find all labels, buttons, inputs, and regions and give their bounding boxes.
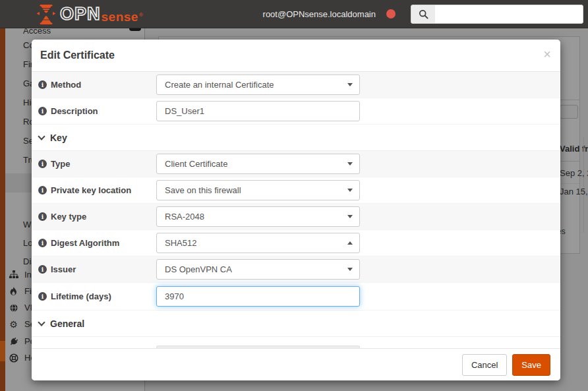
opnsense-logo[interactable]: OPNsense®: [36, 3, 143, 25]
search-box: [411, 5, 583, 24]
select-value: RSA-2048: [165, 212, 204, 222]
select-value: Client Certificate: [165, 159, 227, 169]
type-select[interactable]: Client Certificate: [156, 154, 360, 174]
logged-in-user: root@OPNsense.localdomain: [263, 9, 376, 19]
issuer-select[interactable]: DS OpenVPN CA: [156, 259, 360, 280]
form-row-key-type: Key type RSA-2048: [32, 204, 560, 230]
field-label: Private key location: [38, 185, 156, 195]
field-label-text: Lifetime (days): [51, 291, 111, 301]
select-value: DS OpenVPN CA: [165, 264, 232, 274]
form-row-issuer: Issuer DS OpenVPN CA: [32, 256, 560, 283]
status-indicator-dot: [386, 9, 396, 18]
info-icon: [38, 160, 47, 168]
field-label-text: Private key location: [51, 185, 131, 195]
section-header-general[interactable]: General: [32, 311, 560, 337]
info-icon: [38, 212, 47, 221]
chevron-down-icon: [347, 162, 353, 165]
section-title: General: [50, 318, 84, 329]
info-icon: [38, 292, 47, 301]
modal-header: Edit Certificate ×: [32, 40, 560, 72]
modal-footer: Cancel Save: [32, 348, 560, 380]
select-value: Create an internal Certificate: [165, 80, 274, 90]
field-label-text: Description: [51, 106, 98, 116]
info-icon: [38, 107, 47, 115]
field-label: Description: [38, 106, 156, 116]
section-title: Key: [50, 133, 67, 143]
cancel-button[interactable]: Cancel: [462, 354, 507, 376]
lifetime-days-input[interactable]: [156, 286, 360, 307]
field-label-text: Issuer: [51, 264, 76, 274]
form-row-method: Method Create an internal Certificate: [32, 72, 560, 98]
field-label-text: Digest Algorithm: [51, 238, 119, 248]
form-row-description: Description: [32, 98, 560, 125]
chevron-down-icon: [38, 318, 45, 326]
field-label-text: Type: [51, 159, 70, 169]
field-label-text: Key type: [51, 212, 86, 222]
form-row-type: Type Client Certificate: [32, 151, 560, 177]
info-icon: [38, 239, 47, 247]
method-select[interactable]: Create an internal Certificate: [156, 75, 360, 95]
digest-algorithm-select[interactable]: SHA512: [156, 233, 360, 253]
field-label: Key type: [38, 212, 156, 222]
info-icon: [38, 186, 47, 195]
field-label: Method: [38, 80, 156, 90]
search-icon: [411, 5, 435, 24]
field-label: Type: [38, 159, 156, 169]
modal-title: Edit Certificate: [40, 49, 115, 61]
save-button[interactable]: Save: [512, 354, 550, 376]
brand-text-sense: sense: [102, 10, 138, 24]
field-label: Lifetime (days): [38, 291, 156, 301]
chevron-down-icon: [38, 133, 45, 140]
private-key-location-select[interactable]: Save on this firewall: [156, 180, 360, 200]
chevron-down-icon: [347, 189, 353, 192]
field-label: Issuer: [38, 264, 156, 274]
chevron-down-icon: [347, 268, 353, 271]
info-icon: [38, 265, 47, 274]
chevron-up-icon: [347, 241, 353, 245]
form-row-private-key-location: Private key location Save on this firewa…: [32, 177, 560, 204]
chevron-down-icon: [347, 83, 353, 86]
edit-certificate-modal: Edit Certificate × Method Create an inte…: [32, 40, 560, 380]
info-icon: [38, 80, 47, 89]
section-header-key[interactable]: Key: [32, 125, 560, 151]
select-value: SHA512: [165, 238, 196, 248]
key-type-select[interactable]: RSA-2048: [156, 206, 360, 227]
chevron-down-icon: [347, 215, 353, 218]
form-row-lifetime: Lifetime (days): [32, 283, 560, 311]
opnsense-app: Access Configuration Firmware Gateways H…: [0, 0, 588, 391]
close-icon[interactable]: ×: [543, 45, 551, 63]
top-header: OPNsense® root@OPNsense.localdomain: [0, 0, 588, 28]
modal-body: Method Create an internal Certificate De…: [32, 72, 560, 349]
search-input[interactable]: [435, 5, 583, 24]
description-input[interactable]: [156, 101, 360, 121]
form-row-digest-algorithm: Digest Algorithm SHA512: [32, 230, 560, 256]
brand-text-opn: OPN: [60, 3, 101, 25]
registered-mark: ®: [139, 12, 143, 18]
field-label-text: Method: [51, 80, 81, 90]
hourglass-icon: [36, 4, 56, 25]
select-value: Save on this firewall: [165, 185, 241, 195]
field-label: Digest Algorithm: [38, 238, 156, 248]
